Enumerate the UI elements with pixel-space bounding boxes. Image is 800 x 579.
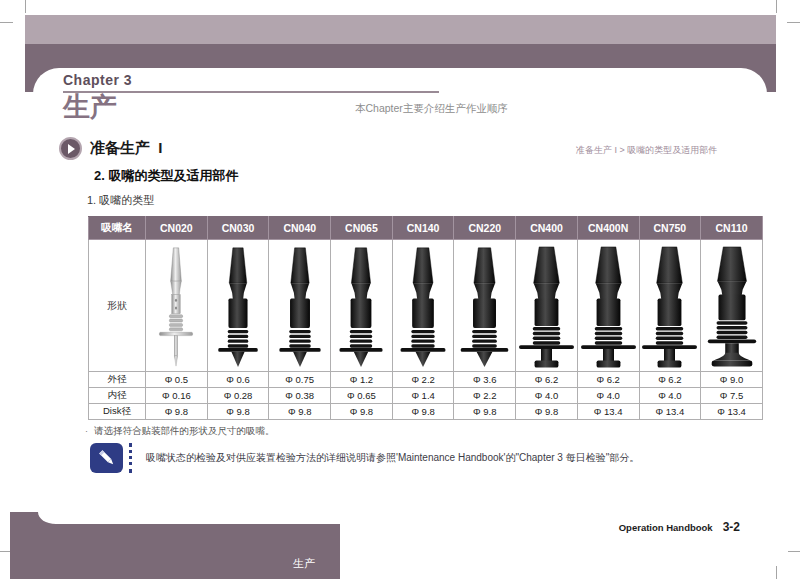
crop-mark [788,551,800,552]
table-header-cell: CN750 [639,217,701,240]
note-block: 吸嘴状态的检验及对供应装置检验方法的详细说明请参照'Maintenance Ha… [90,443,639,473]
spec-cell: Φ 4.0 [639,388,701,404]
spec-cell: Φ 0.65 [331,388,393,404]
table-header-cell: CN030 [207,217,269,240]
nozzle-image-cn065 [337,245,385,369]
spec-cell: Φ 2.2 [392,372,454,388]
nozzle-cell [577,240,639,372]
chapter-note: 本Chapter主要介绍生产作业顺序 [355,102,508,116]
spec-row-label: Disk径 [89,404,146,420]
bullet-note-text: 请选择符合贴装部件的形状及尺寸的吸嘴。 [94,425,275,436]
nozzle-cell [146,240,208,372]
spec-cell: Φ 0.5 [146,372,208,388]
spec-cell: Φ 13.4 [577,404,639,420]
table-header-cell: CN110 [701,217,763,240]
crop-mark [776,566,777,579]
chapter-title: 生产 [63,89,117,125]
table-header-cell: CN020 [146,217,208,240]
manual-page: Chapter 3 生产 本Chapter主要介绍生产作业顺序 准备生产 I 准… [0,0,800,579]
header-band-light [25,15,776,44]
section-header: 准备生产 I [59,137,163,160]
table-header-cell: CN140 [392,217,454,240]
spec-cell: Φ 0.75 [269,372,331,388]
nozzle-image-cn030 [216,245,260,369]
crop-mark [25,0,26,13]
nozzle-cell [331,240,393,372]
nozzle-image-cn040 [277,245,323,369]
nozzle-image-cn400n [581,245,636,369]
nozzle-image-cn220 [458,245,511,369]
spec-cell: Φ 9.8 [392,404,454,420]
breadcrumb: 准备生产 I > 吸嘴的类型及适用部件 [576,144,717,157]
crop-mark [776,0,777,13]
table-header-cell: CN400N [577,217,639,240]
content-card: Chapter 3 生产 本Chapter主要介绍生产作业顺序 准备生产 I 准… [33,68,767,579]
table-header-row: 吸嘴名 CN020 CN030 CN040 CN065 CN140 CN220 … [89,217,763,240]
spec-cell: Φ 3.6 [454,372,516,388]
nozzle-image-cn750 [642,245,697,369]
bullet-note: ·请选择符合贴装部件的形状及尺寸的吸嘴。 [85,425,275,438]
pencil-glyph [96,447,118,469]
chapter-label: Chapter 3 [63,72,132,88]
footer-page-number: 3-2 [723,520,740,534]
pencil-icon [90,443,123,473]
nozzle-cell [516,240,578,372]
spec-cell: Φ 0.38 [269,388,331,404]
spec-cell: Φ 0.16 [146,388,208,404]
spec-cell: Φ 13.4 [639,404,701,420]
nozzle-image-cn400 [519,245,574,369]
note-text: 吸嘴状态的检验及对供应装置检验方法的详细说明请参照'Maintenance Ha… [146,451,639,465]
spec-cell: Φ 0.6 [207,372,269,388]
spec-cell: Φ 4.0 [516,388,578,404]
spec-cell: Φ 2.2 [454,388,516,404]
spec-cell: Φ 6.2 [516,372,578,388]
nozzle-image-cn110 [703,245,761,369]
chapter-header: Chapter 3 [63,71,439,93]
spec-cell: Φ 9.8 [516,404,578,420]
page-footer: Operation Handbook3-2 [619,517,740,535]
crop-mark [0,22,13,23]
spec-cell: Φ 9.8 [146,404,208,420]
spec-cell: Φ 1.2 [331,372,393,388]
spec-cell: Φ 7.5 [701,388,763,404]
nozzle-cell [207,240,269,372]
section-title: 准备生产 I [90,139,163,158]
note-dotted-divider [129,443,132,473]
nozzle-cell [454,240,516,372]
spec-cell: Φ 9.8 [269,404,331,420]
nozzle-table: 吸嘴名 CN020 CN030 CN040 CN065 CN140 CN220 … [88,216,763,420]
table-header-cell: CN065 [331,217,393,240]
spec-row-label: 内径 [89,388,146,404]
spec-cell: Φ 0.28 [207,388,269,404]
nozzle-image-cn140 [398,245,448,369]
spec-cell: Φ 4.0 [577,388,639,404]
production-tab-label: 生产 [10,512,315,571]
shape-row: 形狀 [89,240,763,372]
spec-row-disk-diameter: Disk径 Φ 9.8 Φ 9.8 Φ 9.8 Φ 9.8 Φ 9.8 Φ 9.… [89,404,763,420]
spec-cell: Φ 9.8 [207,404,269,420]
table-header-cell: CN400 [516,217,578,240]
section-subheading: 1. 吸嘴的类型 [87,193,154,208]
table-header-cell: 吸嘴名 [89,217,146,240]
nozzle-cell [639,240,701,372]
footer-handbook-title: Operation Handbook [619,522,713,533]
nozzle-cell [392,240,454,372]
spec-cell: Φ 9.0 [701,372,763,388]
section-heading: 2. 吸嘴的类型及适用部件 [94,167,238,185]
spec-row-label: 外径 [89,372,146,388]
spec-row-inner-diameter: 内径 Φ 0.16 Φ 0.28 Φ 0.38 Φ 0.65 Φ 1.4 Φ 2… [89,388,763,404]
table-header-cell: CN040 [269,217,331,240]
nozzle-image-cn020 [156,245,196,369]
spec-cell: Φ 13.4 [701,404,763,420]
crop-mark [787,22,800,23]
spec-cell: Φ 6.2 [577,372,639,388]
nozzle-cell [269,240,331,372]
spec-row-outer-diameter: 外径 Φ 0.5 Φ 0.6 Φ 0.75 Φ 1.2 Φ 2.2 Φ 3.6 … [89,372,763,388]
spec-cell: Φ 9.8 [454,404,516,420]
play-icon [59,137,82,160]
spec-cell: Φ 9.8 [331,404,393,420]
bullet-marker: · [85,426,88,436]
nozzle-cell [701,240,763,372]
shape-row-label: 形狀 [89,240,146,372]
spec-cell: Φ 6.2 [639,372,701,388]
